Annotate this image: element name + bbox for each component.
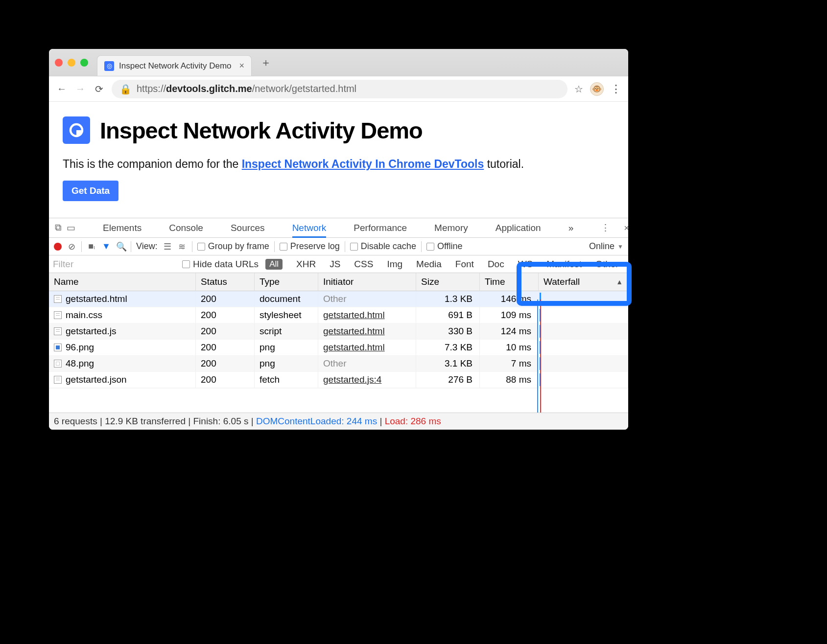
tabs-overflow-icon[interactable]: » [568, 223, 574, 233]
forward-icon[interactable]: → [74, 83, 86, 94]
devtools-tab-application[interactable]: Application [496, 223, 541, 233]
devtools-tab-console[interactable]: Console [169, 223, 203, 233]
col-size[interactable]: Size [416, 273, 480, 291]
new-tab-icon[interactable]: ＋ [260, 55, 271, 70]
filter-type-manifest[interactable]: Manifest [546, 259, 582, 270]
clear-icon[interactable]: ⊘ [67, 241, 76, 252]
request-name: 96.png [66, 342, 94, 353]
file-icon [54, 376, 62, 384]
request-time: 124 ms [480, 323, 539, 340]
disable-cache-checkbox[interactable]: Disable cache [350, 241, 416, 252]
profile-avatar[interactable]: 🐵 [590, 82, 604, 96]
request-name: getstarted.json [66, 374, 127, 385]
tab-close-icon[interactable]: × [239, 61, 245, 71]
filter-type-xhr[interactable]: XHR [296, 259, 316, 270]
network-toolbar: ⊘ ■t ▼ 🔍 View: ☰ ≋ Group by frame Preser… [49, 238, 628, 255]
filter-bar: Filter Hide data URLs All XHRJSCSSImgMed… [49, 255, 628, 273]
request-size: 276 B [416, 372, 480, 388]
hide-data-urls-checkbox[interactable]: Hide data URLs [182, 259, 259, 270]
devtools-close-icon[interactable]: × [624, 223, 628, 233]
browser-tab[interactable]: ◎ Inspect Network Activity Demo × [97, 55, 252, 76]
col-type[interactable]: Type [255, 273, 318, 291]
request-size: 691 B [416, 307, 480, 323]
devtools-tab-elements[interactable]: Elements [103, 223, 142, 233]
titlebar: ◎ Inspect Network Activity Demo × ＋ [49, 49, 628, 76]
filter-type-css[interactable]: CSS [354, 259, 373, 270]
devtools-tab-performance[interactable]: Performance [354, 223, 407, 233]
file-icon [54, 327, 62, 335]
throttling-select[interactable]: Online▼ [589, 241, 623, 252]
dcl-line [537, 299, 538, 413]
filter-input[interactable]: Filter [53, 259, 175, 270]
request-time: 146 ms [480, 291, 539, 307]
request-waterfall [539, 307, 628, 323]
offline-checkbox[interactable]: Offline [426, 241, 463, 252]
request-time: 88 ms [480, 372, 539, 388]
get-data-button[interactable]: Get Data [63, 181, 118, 201]
col-status[interactable]: Status [196, 273, 255, 291]
filter-type-other[interactable]: Other [595, 259, 619, 270]
request-initiator[interactable]: getstarted.html [323, 310, 385, 320]
tutorial-link[interactable]: Inspect Network Activity In Chrome DevTo… [242, 158, 484, 170]
requests-table: Name Status Type Initiator Size Time Wat… [49, 273, 628, 388]
address-bar[interactable]: 🔒 https://devtools.glitch.me/network/get… [112, 80, 567, 98]
request-status: 200 [196, 323, 255, 340]
devtools-tabs: ⧉ ▭ ElementsConsoleSourcesNetworkPerform… [49, 218, 628, 238]
device-toggle-icon[interactable]: ▭ [67, 222, 75, 233]
request-initiator: Other [323, 294, 347, 304]
request-type: document [255, 291, 318, 307]
minimize-icon[interactable] [68, 59, 75, 67]
request-waterfall [539, 323, 628, 340]
col-time[interactable]: Time [480, 273, 539, 291]
devtools-tab-sources[interactable]: Sources [231, 223, 265, 233]
maximize-icon[interactable] [80, 59, 88, 67]
filter-icon[interactable]: ▼ [101, 241, 111, 252]
page-title: Inspect Network Activity Demo [100, 117, 423, 144]
capture-screenshots-icon[interactable]: ■t [87, 241, 96, 252]
overview-icon[interactable]: ≋ [177, 241, 187, 252]
request-initiator[interactable]: getstarted.html [323, 326, 385, 336]
request-initiator[interactable]: getstarted.html [323, 342, 385, 352]
record-icon[interactable] [54, 243, 62, 251]
col-initiator[interactable]: Initiator [318, 273, 416, 291]
request-time: 7 ms [480, 356, 539, 372]
browser-menu-icon[interactable]: ⋮ [611, 83, 621, 95]
group-by-frame-checkbox[interactable]: Group by frame [197, 241, 269, 252]
url-text: https://devtools.glitch.me/network/getst… [137, 83, 356, 94]
devtools-tab-network[interactable]: Network [292, 223, 327, 238]
filter-type-img[interactable]: Img [387, 259, 402, 270]
col-waterfall[interactable]: Waterfall▲ [539, 273, 628, 291]
file-icon [54, 311, 62, 319]
filter-type-ws[interactable]: WS [518, 259, 533, 270]
network-summary: 6 requests | 12.9 KB transferred | Finis… [49, 413, 628, 430]
filter-type-all[interactable]: All [265, 259, 283, 270]
large-rows-icon[interactable]: ☰ [163, 241, 172, 252]
request-type: stylesheet [255, 307, 318, 323]
request-size: 1.3 KB [416, 291, 480, 307]
window-controls [55, 59, 88, 67]
col-name[interactable]: Name [49, 273, 196, 291]
close-icon[interactable] [55, 59, 63, 67]
search-icon[interactable]: 🔍 [116, 241, 126, 252]
request-initiator[interactable]: getstarted.js:4 [323, 374, 381, 385]
request-initiator: Other [323, 358, 347, 368]
sort-indicator-icon: ▲ [616, 278, 623, 286]
back-icon[interactable]: ← [56, 83, 68, 94]
devtools-menu-icon[interactable]: ⋮ [601, 222, 610, 233]
browser-window: ◎ Inspect Network Activity Demo × ＋ ← → … [49, 49, 628, 430]
request-size: 7.3 KB [416, 340, 480, 356]
filter-type-js[interactable]: JS [330, 259, 340, 270]
reload-icon[interactable]: ⟳ [93, 83, 105, 95]
preserve-log-checkbox[interactable]: Preserve log [280, 241, 340, 252]
request-status: 200 [196, 307, 255, 323]
lock-icon: 🔒 [119, 83, 132, 95]
inspect-icon[interactable]: ⧉ [55, 222, 62, 233]
request-type: png [255, 356, 318, 372]
filter-type-media[interactable]: Media [416, 259, 442, 270]
devtools-tab-memory[interactable]: Memory [434, 223, 468, 233]
request-status: 200 [196, 291, 255, 307]
filter-type-doc[interactable]: Doc [488, 259, 504, 270]
request-waterfall [539, 372, 628, 388]
filter-type-font[interactable]: Font [455, 259, 474, 270]
bookmark-icon[interactable]: ☆ [574, 83, 583, 95]
